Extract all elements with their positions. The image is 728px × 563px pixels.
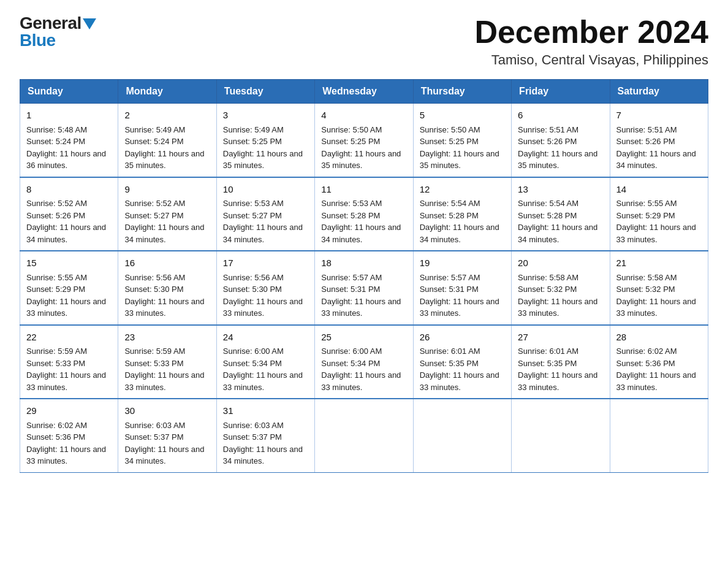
day-info: Sunrise: 5:53 AMSunset: 5:27 PMDaylight:…: [223, 199, 303, 244]
day-info: Sunrise: 5:59 AMSunset: 5:33 PMDaylight:…: [26, 347, 106, 392]
calendar-cell: 3Sunrise: 5:49 AMSunset: 5:25 PMDaylight…: [216, 104, 314, 177]
logo-triangle-icon: [83, 18, 96, 29]
subtitle: Tamiso, Central Visayas, Philippines: [474, 52, 708, 68]
calendar-cell: 27Sunrise: 6:01 AMSunset: 5:35 PMDayligh…: [512, 325, 610, 399]
calendar-cell: 18Sunrise: 5:57 AMSunset: 5:31 PMDayligh…: [315, 251, 413, 325]
day-info: Sunrise: 5:51 AMSunset: 5:26 PMDaylight:…: [616, 125, 696, 170]
day-number: 16: [124, 256, 210, 270]
calendar-cell: 19Sunrise: 5:57 AMSunset: 5:31 PMDayligh…: [413, 251, 511, 325]
calendar-cell: [413, 399, 511, 472]
weekday-header-saturday: Saturday: [610, 80, 708, 104]
day-info: Sunrise: 5:50 AMSunset: 5:25 PMDaylight:…: [420, 125, 499, 170]
weekday-header-thursday: Thursday: [413, 80, 511, 104]
day-info: Sunrise: 6:03 AMSunset: 5:37 PMDaylight:…: [124, 421, 204, 466]
calendar-cell: 4Sunrise: 5:50 AMSunset: 5:25 PMDaylight…: [315, 104, 413, 177]
day-number: 13: [518, 183, 603, 197]
weekday-header-wednesday: Wednesday: [315, 80, 413, 104]
calendar-cell: 26Sunrise: 6:01 AMSunset: 5:35 PMDayligh…: [413, 325, 511, 399]
day-info: Sunrise: 6:03 AMSunset: 5:37 PMDaylight:…: [223, 421, 303, 466]
calendar-cell: 14Sunrise: 5:55 AMSunset: 5:29 PMDayligh…: [610, 177, 708, 251]
calendar-cell: 22Sunrise: 5:59 AMSunset: 5:33 PMDayligh…: [20, 325, 118, 399]
weekday-header-monday: Monday: [118, 80, 216, 104]
day-info: Sunrise: 6:01 AMSunset: 5:35 PMDaylight:…: [518, 347, 597, 392]
day-info: Sunrise: 5:58 AMSunset: 5:32 PMDaylight:…: [616, 273, 696, 318]
calendar-cell: 13Sunrise: 5:54 AMSunset: 5:28 PMDayligh…: [512, 177, 610, 251]
page-header: General Blue December 2024 Tamiso, Centr…: [20, 15, 708, 68]
day-number: 24: [223, 331, 308, 345]
day-number: 31: [223, 404, 308, 418]
day-number: 29: [26, 404, 112, 418]
day-info: Sunrise: 5:55 AMSunset: 5:29 PMDaylight:…: [26, 273, 106, 318]
calendar-cell: 10Sunrise: 5:53 AMSunset: 5:27 PMDayligh…: [216, 177, 314, 251]
calendar-week-4: 22Sunrise: 5:59 AMSunset: 5:33 PMDayligh…: [20, 325, 708, 399]
calendar-header: SundayMondayTuesdayWednesdayThursdayFrid…: [20, 80, 708, 104]
weekday-header-sunday: Sunday: [20, 80, 118, 104]
calendar-week-1: 1Sunrise: 5:48 AMSunset: 5:24 PMDaylight…: [20, 104, 708, 177]
day-number: 2: [124, 109, 210, 123]
day-number: 17: [223, 256, 308, 270]
calendar-cell: 11Sunrise: 5:53 AMSunset: 5:28 PMDayligh…: [315, 177, 413, 251]
day-number: 10: [223, 183, 308, 197]
calendar-body: 1Sunrise: 5:48 AMSunset: 5:24 PMDaylight…: [20, 104, 708, 473]
day-info: Sunrise: 5:56 AMSunset: 5:30 PMDaylight:…: [124, 273, 204, 318]
day-info: Sunrise: 5:57 AMSunset: 5:31 PMDaylight:…: [321, 273, 401, 318]
calendar-cell: 21Sunrise: 5:58 AMSunset: 5:32 PMDayligh…: [610, 251, 708, 325]
main-title: December 2024: [474, 15, 708, 50]
calendar-cell: [315, 399, 413, 472]
calendar-cell: 30Sunrise: 6:03 AMSunset: 5:37 PMDayligh…: [118, 399, 216, 472]
day-number: 21: [616, 256, 702, 270]
calendar-week-2: 8Sunrise: 5:52 AMSunset: 5:26 PMDaylight…: [20, 177, 708, 251]
day-info: Sunrise: 5:49 AMSunset: 5:24 PMDaylight:…: [124, 125, 204, 170]
logo-blue: Blue: [20, 32, 56, 49]
calendar-cell: 2Sunrise: 5:49 AMSunset: 5:24 PMDaylight…: [118, 104, 216, 177]
calendar-cell: 12Sunrise: 5:54 AMSunset: 5:28 PMDayligh…: [413, 177, 511, 251]
calendar-cell: 7Sunrise: 5:51 AMSunset: 5:26 PMDaylight…: [610, 104, 708, 177]
calendar-cell: 9Sunrise: 5:52 AMSunset: 5:27 PMDaylight…: [118, 177, 216, 251]
day-number: 1: [26, 109, 112, 123]
day-info: Sunrise: 6:00 AMSunset: 5:34 PMDaylight:…: [321, 347, 401, 392]
day-info: Sunrise: 5:52 AMSunset: 5:27 PMDaylight:…: [124, 199, 204, 244]
day-number: 26: [420, 331, 505, 345]
day-number: 23: [124, 331, 210, 345]
calendar-cell: 20Sunrise: 5:58 AMSunset: 5:32 PMDayligh…: [512, 251, 610, 325]
day-number: 19: [420, 256, 505, 270]
day-info: Sunrise: 6:01 AMSunset: 5:35 PMDaylight:…: [420, 347, 499, 392]
calendar-cell: 23Sunrise: 5:59 AMSunset: 5:33 PMDayligh…: [118, 325, 216, 399]
calendar-week-3: 15Sunrise: 5:55 AMSunset: 5:29 PMDayligh…: [20, 251, 708, 325]
calendar-cell: 24Sunrise: 6:00 AMSunset: 5:34 PMDayligh…: [216, 325, 314, 399]
logo: General Blue: [20, 15, 96, 49]
day-number: 6: [518, 109, 603, 123]
weekday-header-friday: Friday: [512, 80, 610, 104]
day-info: Sunrise: 5:55 AMSunset: 5:29 PMDaylight:…: [616, 199, 696, 244]
calendar-cell: 25Sunrise: 6:00 AMSunset: 5:34 PMDayligh…: [315, 325, 413, 399]
calendar-cell: 1Sunrise: 5:48 AMSunset: 5:24 PMDaylight…: [20, 104, 118, 177]
calendar-cell: 31Sunrise: 6:03 AMSunset: 5:37 PMDayligh…: [216, 399, 314, 472]
day-info: Sunrise: 5:53 AMSunset: 5:28 PMDaylight:…: [321, 199, 401, 244]
day-info: Sunrise: 5:49 AMSunset: 5:25 PMDaylight:…: [223, 125, 303, 170]
calendar-week-5: 29Sunrise: 6:02 AMSunset: 5:36 PMDayligh…: [20, 399, 708, 472]
weekday-row: SundayMondayTuesdayWednesdayThursdayFrid…: [20, 80, 708, 104]
day-info: Sunrise: 6:00 AMSunset: 5:34 PMDaylight:…: [223, 347, 303, 392]
day-info: Sunrise: 5:59 AMSunset: 5:33 PMDaylight:…: [124, 347, 204, 392]
day-number: 15: [26, 256, 112, 270]
calendar-cell: 16Sunrise: 5:56 AMSunset: 5:30 PMDayligh…: [118, 251, 216, 325]
day-info: Sunrise: 5:57 AMSunset: 5:31 PMDaylight:…: [420, 273, 499, 318]
day-info: Sunrise: 5:51 AMSunset: 5:26 PMDaylight:…: [518, 125, 597, 170]
day-number: 12: [420, 183, 505, 197]
day-number: 4: [321, 109, 406, 123]
day-number: 27: [518, 331, 603, 345]
day-info: Sunrise: 5:50 AMSunset: 5:25 PMDaylight:…: [321, 125, 401, 170]
calendar-cell: [512, 399, 610, 472]
logo-general: General: [20, 15, 82, 32]
day-number: 9: [124, 183, 210, 197]
calendar-cell: 17Sunrise: 5:56 AMSunset: 5:30 PMDayligh…: [216, 251, 314, 325]
calendar-cell: 5Sunrise: 5:50 AMSunset: 5:25 PMDaylight…: [413, 104, 511, 177]
calendar-cell: 28Sunrise: 6:02 AMSunset: 5:36 PMDayligh…: [610, 325, 708, 399]
day-info: Sunrise: 6:02 AMSunset: 5:36 PMDaylight:…: [26, 421, 106, 466]
day-number: 11: [321, 183, 406, 197]
day-number: 25: [321, 331, 406, 345]
calendar-table: SundayMondayTuesdayWednesdayThursdayFrid…: [20, 79, 708, 473]
day-info: Sunrise: 5:52 AMSunset: 5:26 PMDaylight:…: [26, 199, 106, 244]
calendar-cell: 15Sunrise: 5:55 AMSunset: 5:29 PMDayligh…: [20, 251, 118, 325]
day-info: Sunrise: 5:54 AMSunset: 5:28 PMDaylight:…: [518, 199, 597, 244]
